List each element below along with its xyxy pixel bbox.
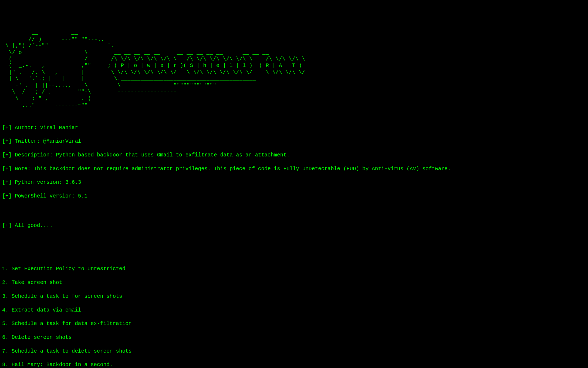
menu-item[interactable]: 7. Schedule a task to delete screen shot… xyxy=(2,348,586,355)
menu-item[interactable]: 3. Schedule a task to for screen shots xyxy=(2,293,586,300)
menu-item[interactable]: 8. Hail Mary: Backdoor in a second. xyxy=(2,362,586,368)
menu-item[interactable]: 5. Schedule a task for data ex-filtratio… xyxy=(2,320,586,327)
info-line: [+] Python version: 3.6.3 xyxy=(2,179,586,186)
blank-line xyxy=(2,243,586,250)
info-section: [+] Author: Viral Maniar [+] Twitter: @M… xyxy=(2,118,586,206)
info-line: [+] Twitter: @ManiarViral xyxy=(2,138,586,145)
menu-item[interactable]: 4. Extract data via email xyxy=(2,307,586,314)
info-line: [+] Note: This backdoor does not require… xyxy=(2,166,586,172)
menu-section: 1. Set Execution Policy to Unrestricted … xyxy=(2,259,586,368)
status-line: [+] All good.... xyxy=(2,222,586,229)
ascii-banner: __ __ // ) __---"" ""---.._ \ |,"( /`--"… xyxy=(2,29,586,109)
menu-item[interactable]: 2. Take screen shot xyxy=(2,279,586,286)
info-line: [+] PowerShell version: 5.1 xyxy=(2,193,586,200)
menu-item[interactable]: 1. Set Execution Policy to Unrestricted xyxy=(2,266,586,272)
status-section: [+] All good.... xyxy=(2,216,586,236)
info-line: [+] Author: Viral Maniar xyxy=(2,125,586,131)
menu-item[interactable]: 6. Delete screen shots xyxy=(2,334,586,341)
info-line: [+] Description: Python based backdoor t… xyxy=(2,152,586,159)
